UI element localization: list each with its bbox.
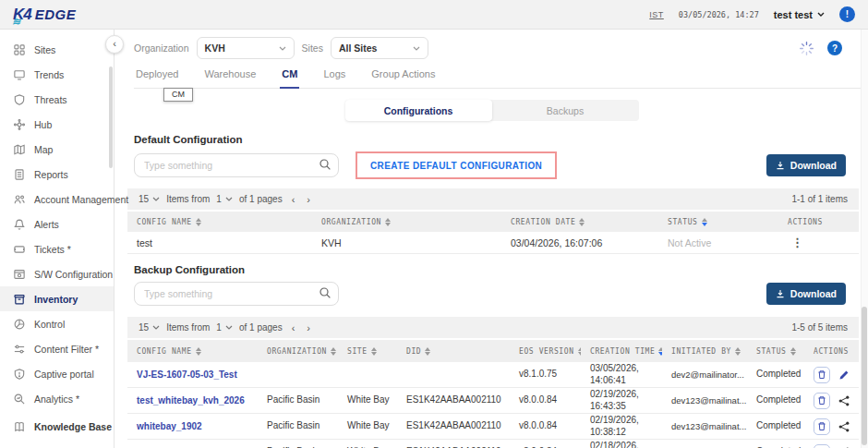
sites-select[interactable]: All Sites (331, 37, 428, 59)
sidebar-item-reports[interactable]: Reports (0, 162, 114, 187)
sidebar-item-content-filter[interactable]: Content Filter * (0, 336, 114, 361)
tab-cm[interactable]: CM (280, 68, 299, 89)
sites-label: Sites (302, 42, 323, 54)
column-label: CONFIG NAME (137, 347, 192, 356)
sort-icon[interactable] (425, 347, 430, 356)
organization-select[interactable]: KVH (197, 37, 295, 59)
next-page-button[interactable]: › (304, 322, 313, 333)
cell-config-name: test (127, 237, 312, 248)
share-icon (838, 395, 850, 406)
tab-bar: Deployed Warehouse CM Logs Group Actions… (134, 68, 868, 89)
page-size-select[interactable]: 15 (139, 322, 160, 333)
default-search (134, 153, 339, 177)
subtab-configurations[interactable]: Configurations (345, 100, 492, 121)
delete-button[interactable] (814, 444, 830, 448)
default-controls: CREATE DEFAULT CONFIGURATION Download (134, 151, 846, 179)
sidebar-item-map[interactable]: Map (0, 137, 114, 162)
subtab-backups[interactable]: Backups (492, 100, 639, 121)
sidebar-scrollbar-thumb[interactable] (109, 67, 113, 168)
timezone-label[interactable]: IST (649, 10, 664, 19)
sidebar-item-analytics[interactable]: Analytics * (0, 386, 114, 411)
sidebar-item-account-management[interactable]: Account Management (0, 187, 114, 212)
chevron-down-icon (225, 325, 233, 330)
share-button[interactable] (838, 395, 850, 406)
search-icon[interactable] (319, 286, 332, 299)
default-search-input[interactable] (134, 153, 339, 177)
column-label: CREATION TIME (590, 347, 655, 356)
sort-icon-active[interactable] (702, 218, 707, 226)
user-menu[interactable]: test test (774, 9, 825, 20)
default-download-button[interactable]: Download (766, 154, 846, 176)
page-scrollbar-thumb[interactable] (862, 307, 867, 445)
sidebar-item-hub[interactable]: Hub (0, 112, 114, 137)
help-icon[interactable]: ? (827, 41, 842, 55)
sites-grid-icon (13, 43, 26, 56)
sidebar-collapse-button[interactable]: ‹ (105, 35, 124, 54)
share-button[interactable] (838, 421, 850, 432)
tab-warehouse[interactable]: Warehouse (202, 68, 258, 88)
cell-creation-time: 02/19/2026, 16:43:35 (581, 389, 662, 412)
column-header-status: STATUS (658, 218, 778, 226)
captive-portal-shield-icon (13, 368, 26, 381)
create-default-configuration-button[interactable]: CREATE DEFAULT CONFIGURATION (356, 151, 557, 179)
sidebar-item-label: Content Filter * (34, 344, 99, 355)
sort-icon[interactable] (385, 218, 391, 226)
sort-icon[interactable] (331, 347, 336, 356)
backup-search-input[interactable] (134, 282, 339, 306)
table-row: test_whitebay_kvh_2026 Pacific Basin Whi… (127, 388, 859, 414)
column-label: CREATION DATE (511, 218, 575, 226)
tab-group-actions[interactable]: Group Actions (369, 68, 437, 88)
sidebar-item-kontrol[interactable]: Kontrol (0, 311, 114, 336)
sidebar-item-tickets[interactable]: Tickets * (0, 236, 114, 261)
sidebar-item-knowledge-base[interactable]: Knowledge Base (0, 414, 114, 439)
sort-icon[interactable] (196, 347, 201, 356)
cell-config-name-link[interactable]: VJ-ES-1607-05-03_Test (127, 369, 258, 380)
chevron-down-icon (279, 46, 286, 51)
delete-button[interactable] (814, 418, 830, 435)
delete-button[interactable] (814, 367, 830, 383)
sort-icon[interactable] (196, 218, 201, 226)
main-content: Organization KVH Sites All Sites (115, 30, 868, 448)
backup-pagination: 15 Items from 1 of 1 pages ‹ › 1-5 of 5 … (127, 317, 859, 338)
tickets-icon (13, 243, 26, 256)
sidebar-item-label: Hub (34, 119, 52, 130)
sidebar-item-alerts[interactable]: Alerts (0, 212, 114, 236)
search-icon[interactable] (319, 158, 332, 171)
delete-button[interactable] (814, 393, 830, 409)
page-select[interactable]: 1 (216, 322, 233, 333)
sidebar-item-label: Captive portal (34, 369, 94, 380)
sidebar-item-sites[interactable]: Sites (0, 37, 114, 62)
tab-logs[interactable]: Logs (321, 68, 347, 88)
logo-edge-text: EDGE (35, 6, 77, 22)
table-header-row: CONFIG NAME ORGANIZATION SITE DID EOS VE… (127, 340, 859, 362)
sidebar-item-sw-configuration[interactable]: S/W Configuration (0, 261, 114, 286)
cell-organization: KVH (312, 237, 501, 248)
previous-page-button[interactable]: ‹ (289, 194, 298, 205)
sort-icon[interactable] (790, 347, 796, 356)
sidebar-item-inventory[interactable]: Inventory (0, 286, 114, 311)
next-page-button[interactable]: › (304, 194, 313, 205)
backup-download-button[interactable]: Download (766, 283, 846, 305)
sort-icon[interactable] (371, 347, 377, 356)
row-actions-menu-icon[interactable]: ⋮ (778, 236, 859, 249)
cell-config-name-link[interactable]: whitebay_1902 (127, 421, 258, 431)
cell-config-name-link[interactable]: test_whitebay_kvh_2026 (127, 395, 258, 406)
trash-icon (817, 369, 826, 380)
edit-button[interactable] (838, 369, 850, 381)
cell-eos-version: v8.0.0.84 (510, 420, 581, 432)
page-size-select[interactable]: 15 (139, 194, 160, 204)
sort-icon[interactable] (735, 347, 741, 356)
sidebar-item-trends[interactable]: Trends (0, 62, 114, 87)
notification-badge-icon[interactable]: ! (839, 6, 855, 22)
column-header-config-name: CONFIG NAME (127, 218, 312, 226)
sidebar-item-threats[interactable]: Threats (0, 87, 114, 112)
sidebar-item-label: Knowledge Base (34, 421, 112, 432)
page-select[interactable]: 1 (216, 194, 233, 204)
items-from-label: Items from (166, 322, 210, 333)
sidebar-item-captive-portal[interactable]: Captive portal (0, 361, 114, 386)
previous-page-button[interactable]: ‹ (289, 322, 298, 333)
sidebar-item-label: Kontrol (34, 319, 65, 330)
sort-icon[interactable] (579, 218, 585, 226)
column-header-site: SITE (338, 347, 397, 356)
tab-deployed[interactable]: Deployed (134, 68, 180, 88)
